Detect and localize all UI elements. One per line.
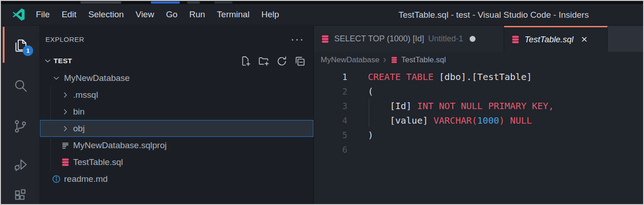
line-number: 5	[314, 128, 347, 142]
vscode-insiders-logo-icon	[12, 8, 25, 21]
tree-item-label: .mssql	[73, 90, 98, 100]
chevron-right-icon	[60, 124, 70, 134]
vscode-window: File Edit Selection View Go Run Terminal…	[0, 0, 644, 205]
new-file-button[interactable]	[239, 55, 252, 67]
more-actions-button[interactable]: ···	[288, 36, 307, 42]
indent-guide	[50, 86, 51, 170]
tree-item-label: readme.md	[64, 174, 108, 184]
file-tree: MyNewDatabase .mssql bin	[40, 70, 313, 187]
menu-go[interactable]: Go	[160, 7, 183, 22]
section-label: TEST	[54, 57, 72, 65]
menubar: File Edit Selection View Go Run Terminal…	[30, 7, 285, 22]
chevron-down-icon	[43, 56, 53, 66]
git-branch-icon	[13, 119, 28, 134]
line-number: 6	[314, 142, 347, 157]
chevron-down-icon	[51, 73, 61, 83]
search-icon	[13, 78, 28, 93]
explorer-sidebar: EXPLORER ··· TEST	[40, 26, 314, 204]
chevron-right-icon	[60, 90, 70, 100]
line-number: 3	[314, 99, 347, 113]
menu-view[interactable]: View	[130, 7, 160, 22]
debug-icon	[13, 157, 28, 172]
code-line[interactable]: 6	[314, 142, 643, 157]
background-window-sliver	[1, 1, 643, 4]
tree-item-folder[interactable]: bin	[40, 103, 313, 120]
code-text: [value] VARCHAR(1000) NULL	[368, 113, 532, 128]
code-line[interactable]: 4 [value] VARCHAR(1000) NULL	[314, 113, 643, 128]
tree-item-folder[interactable]: .mssql	[40, 86, 313, 103]
activity-bar: 1	[1, 26, 40, 204]
database-icon	[390, 56, 398, 64]
tree-item-file[interactable]: MyNewDatabase.sqlproj	[40, 137, 313, 154]
refresh-button[interactable]	[276, 55, 288, 67]
code-text: CREATE TABLE [dbo].[TestTable]	[368, 70, 532, 84]
tab-testtable-sql[interactable]: TestTable.sql ✕	[504, 26, 608, 52]
code-text: (	[368, 84, 373, 99]
window-title: TestTable.sql - test - Visual Studio Cod…	[396, 4, 591, 25]
chevron-right-icon	[381, 56, 388, 64]
menu-selection[interactable]: Selection	[82, 7, 129, 22]
menu-run[interactable]: Run	[183, 7, 211, 22]
activity-explorer-button[interactable]: 1	[1, 38, 40, 53]
breadcrumb-segment[interactable]: MyNewDatabase	[321, 55, 379, 65]
activity-source-control-button[interactable]	[1, 119, 40, 134]
code-line[interactable]: 3 [Id] INT NOT NULL PRIMARY KEY,	[314, 99, 643, 113]
code-editor[interactable]: 1 CREATE TABLE [dbo].[TestTable] 2 ( 3 […	[314, 68, 643, 157]
sidebar-header: EXPLORER ···	[40, 26, 313, 52]
activity-search-button[interactable]	[1, 78, 40, 93]
titlebar: File Edit Selection View Go Run Terminal…	[1, 4, 643, 25]
breadcrumb: MyNewDatabase TestTable.sql	[314, 52, 643, 68]
tree-item-label: bin	[73, 107, 84, 117]
sqlproj-file-icon	[60, 140, 70, 150]
tree-item-label: TestTable.sql	[73, 157, 123, 167]
tab-bar: SELECT TOP (1000) [Id] Untitled-1 TestTa…	[314, 26, 643, 52]
code-line[interactable]: 5 )	[314, 128, 643, 142]
close-icon[interactable]: ✕	[579, 34, 590, 45]
tree-item-label: obj	[73, 124, 84, 134]
sidebar-title: EXPLORER	[45, 35, 84, 43]
collapse-all-button[interactable]	[294, 55, 306, 67]
tree-item-label: MyNewDatabase.sqlproj	[73, 140, 167, 150]
line-number: 4	[314, 113, 347, 128]
background-artifact	[214, 1, 233, 4]
explorer-badge: 1	[23, 45, 33, 56]
editor-group: SELECT TOP (1000) [Id] Untitled-1 TestTa…	[314, 26, 643, 204]
line-number: 2	[314, 84, 347, 99]
activity-extensions-button[interactable]	[1, 188, 40, 203]
tab-description: Untitled-1	[428, 34, 463, 44]
tab-label: SELECT TOP (1000) [Id]	[334, 34, 424, 44]
tree-item-label: MyNewDatabase	[64, 73, 130, 83]
chevron-right-icon	[60, 107, 70, 117]
extensions-icon	[13, 188, 28, 203]
tree-item-file[interactable]: readme.md	[40, 170, 313, 187]
menu-terminal[interactable]: Terminal	[211, 7, 256, 22]
tab-label: TestTable.sql	[525, 35, 574, 45]
menu-edit[interactable]: Edit	[56, 7, 83, 22]
background-artifact	[151, 1, 180, 4]
database-icon	[510, 35, 520, 45]
breadcrumb-segment[interactable]: TestTable.sql	[401, 55, 446, 65]
tree-item-folder[interactable]: MyNewDatabase	[40, 70, 313, 86]
code-text: )	[368, 128, 373, 142]
bracket-indent-guide	[369, 99, 369, 127]
menu-help[interactable]: Help	[255, 7, 285, 22]
database-icon	[320, 34, 330, 44]
background-artifact	[80, 1, 121, 4]
code-line[interactable]: 2 (	[314, 84, 643, 99]
dirty-indicator[interactable]	[470, 36, 476, 42]
section-actions	[239, 55, 313, 67]
tree-item-file[interactable]: TestTable.sql	[40, 154, 313, 170]
database-icon	[60, 157, 70, 167]
info-icon	[51, 174, 61, 184]
tree-item-folder-selected[interactable]: obj	[40, 120, 313, 137]
section-header-test[interactable]: TEST	[40, 52, 313, 70]
background-artifact	[187, 1, 200, 4]
code-text: [Id] INT NOT NULL PRIMARY KEY,	[368, 99, 554, 113]
line-number: 1	[314, 70, 347, 84]
new-folder-button[interactable]	[258, 55, 270, 67]
activity-run-debug-button[interactable]	[1, 157, 40, 172]
code-line[interactable]: 1 CREATE TABLE [dbo].[TestTable]	[314, 70, 643, 84]
tab-untitled-1[interactable]: SELECT TOP (1000) [Id] Untitled-1	[314, 26, 504, 52]
menu-file[interactable]: File	[30, 7, 56, 22]
